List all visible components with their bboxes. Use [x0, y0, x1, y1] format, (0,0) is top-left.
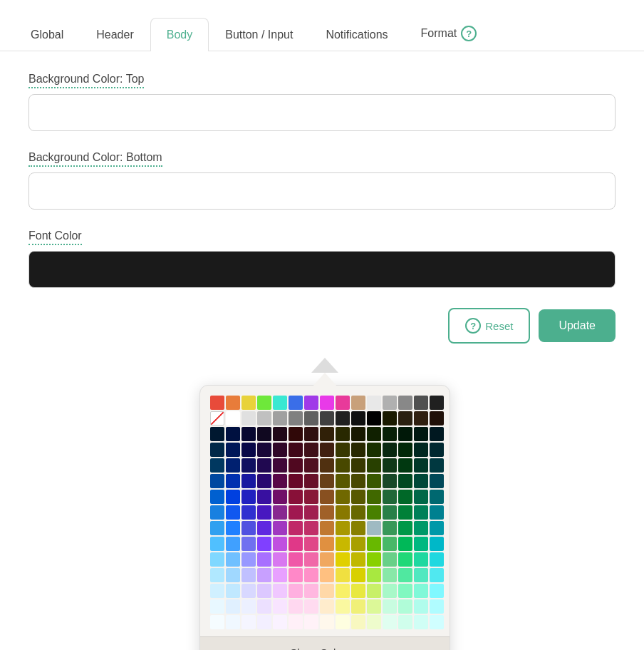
color-swatch-2-5[interactable] — [289, 427, 303, 441]
color-swatch-6-7[interactable] — [320, 490, 334, 504]
color-swatch-6-2[interactable] — [242, 490, 256, 504]
color-swatch-9-10[interactable] — [367, 537, 381, 551]
color-swatch-10-0[interactable] — [210, 552, 224, 567]
color-swatch-13-0[interactable] — [210, 599, 224, 614]
color-swatch-4-11[interactable] — [383, 458, 397, 473]
color-swatch-8-5[interactable] — [289, 521, 303, 535]
color-swatch-4-12[interactable] — [398, 458, 412, 473]
color-swatch-14-8[interactable] — [336, 615, 350, 629]
color-swatch-11-8[interactable] — [336, 568, 350, 582]
color-swatch-9-13[interactable] — [414, 537, 428, 551]
color-swatch-4-5[interactable] — [289, 458, 303, 473]
color-swatch-5-2[interactable] — [242, 474, 256, 488]
color-swatch-9-4[interactable] — [273, 537, 287, 551]
color-swatch-2-3[interactable] — [257, 427, 271, 441]
color-swatch-14-1[interactable] — [226, 615, 240, 629]
color-swatch-0-12[interactable] — [398, 396, 412, 410]
color-swatch-9-8[interactable] — [336, 537, 350, 551]
color-swatch-4-13[interactable] — [414, 458, 428, 473]
color-swatch-4-4[interactable] — [273, 458, 287, 473]
color-swatch-2-12[interactable] — [398, 427, 412, 441]
color-swatch-7-3[interactable] — [257, 505, 271, 520]
color-swatch-3-14[interactable] — [430, 443, 444, 457]
color-swatch-10-14[interactable] — [430, 552, 444, 567]
color-swatch-7-8[interactable] — [336, 505, 350, 520]
color-swatch-1-6[interactable] — [304, 411, 318, 425]
color-swatch-4-9[interactable] — [351, 458, 365, 473]
color-swatch-12-10[interactable] — [367, 584, 381, 598]
color-swatch-11-11[interactable] — [383, 568, 397, 582]
color-swatch-3-11[interactable] — [383, 443, 397, 457]
color-swatch-0-5[interactable] — [289, 396, 303, 410]
color-swatch-8-6[interactable] — [304, 521, 318, 535]
color-swatch-14-11[interactable] — [383, 615, 397, 629]
color-swatch-14-12[interactable] — [398, 615, 412, 629]
color-swatch-9-0[interactable] — [210, 537, 224, 551]
color-swatch-4-10[interactable] — [367, 458, 381, 473]
color-swatch-8-2[interactable] — [242, 521, 256, 535]
color-swatch-13-4[interactable] — [273, 599, 287, 614]
color-swatch-11-0[interactable] — [210, 568, 224, 582]
color-swatch-14-5[interactable] — [289, 615, 303, 629]
color-swatch-12-12[interactable] — [398, 584, 412, 598]
color-swatch-8-4[interactable] — [273, 521, 287, 535]
color-swatch-12-14[interactable] — [430, 584, 444, 598]
color-swatch-5-13[interactable] — [414, 474, 428, 488]
color-swatch-6-0[interactable] — [210, 490, 224, 504]
color-swatch-8-7[interactable] — [320, 521, 334, 535]
color-swatch-12-5[interactable] — [289, 584, 303, 598]
color-swatch-1-7[interactable] — [320, 411, 334, 425]
color-swatch-0-13[interactable] — [414, 396, 428, 410]
tab-notifications[interactable]: Notifications — [309, 18, 404, 51]
tab-global[interactable]: Global — [14, 18, 80, 51]
color-swatch-0-6[interactable] — [304, 396, 318, 410]
color-swatch-2-1[interactable] — [226, 427, 240, 441]
color-swatch-6-12[interactable] — [398, 490, 412, 504]
color-swatch-1-14[interactable] — [430, 411, 444, 425]
color-swatch-12-11[interactable] — [383, 584, 397, 598]
color-swatch-13-1[interactable] — [226, 599, 240, 614]
color-swatch-7-14[interactable] — [430, 505, 444, 520]
color-swatch-6-9[interactable] — [351, 490, 365, 504]
color-swatch-3-1[interactable] — [226, 443, 240, 457]
color-swatch-8-0[interactable] — [210, 521, 224, 535]
color-swatch-13-6[interactable] — [304, 599, 318, 614]
color-swatch-0-9[interactable] — [351, 396, 365, 410]
color-swatch-11-1[interactable] — [226, 568, 240, 582]
color-swatch-9-6[interactable] — [304, 537, 318, 551]
color-swatch-14-7[interactable] — [320, 615, 334, 629]
color-swatch-12-4[interactable] — [273, 584, 287, 598]
color-swatch-13-14[interactable] — [430, 599, 444, 614]
color-swatch-0-2[interactable] — [242, 396, 256, 410]
color-swatch-13-8[interactable] — [336, 599, 350, 614]
color-swatch-5-7[interactable] — [320, 474, 334, 488]
color-swatch-5-3[interactable] — [257, 474, 271, 488]
color-swatch-10-3[interactable] — [257, 552, 271, 567]
color-swatch-13-13[interactable] — [414, 599, 428, 614]
color-swatch-2-9[interactable] — [351, 427, 365, 441]
color-swatch-5-14[interactable] — [430, 474, 444, 488]
color-swatch-11-9[interactable] — [351, 568, 365, 582]
color-swatch-0-8[interactable] — [336, 396, 350, 410]
color-swatch-11-13[interactable] — [414, 568, 428, 582]
color-swatch-13-5[interactable] — [289, 599, 303, 614]
color-swatch-9-14[interactable] — [430, 537, 444, 551]
color-swatch-14-6[interactable] — [304, 615, 318, 629]
color-swatch-13-10[interactable] — [367, 599, 381, 614]
color-swatch-6-6[interactable] — [304, 490, 318, 504]
color-swatch-12-2[interactable] — [242, 584, 256, 598]
bg-bottom-input[interactable] — [28, 172, 616, 210]
color-swatch-1-2[interactable] — [242, 411, 256, 425]
color-swatch-14-2[interactable] — [242, 615, 256, 629]
color-swatch-10-10[interactable] — [367, 552, 381, 567]
color-swatch-5-5[interactable] — [289, 474, 303, 488]
color-swatch-2-11[interactable] — [383, 427, 397, 441]
color-swatch-0-10[interactable] — [367, 396, 381, 410]
color-swatch-11-4[interactable] — [273, 568, 287, 582]
color-swatch-3-0[interactable] — [210, 443, 224, 457]
color-swatch-2-2[interactable] — [242, 427, 256, 441]
color-swatch-12-9[interactable] — [351, 584, 365, 598]
color-swatch-6-13[interactable] — [414, 490, 428, 504]
bg-top-input[interactable] — [28, 94, 616, 131]
color-swatch-6-14[interactable] — [430, 490, 444, 504]
